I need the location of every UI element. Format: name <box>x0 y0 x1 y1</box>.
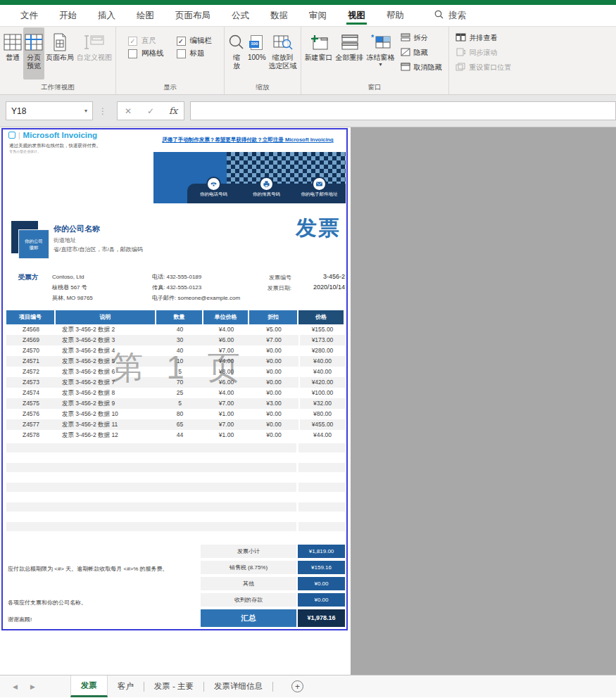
sheet-tab-bar: ◀ ▶ 发票客户发票 - 主要发票详细信息 + <box>0 675 616 697</box>
invoice-meta-labels: 发票编号 发票日期: <box>235 272 291 293</box>
ribbon-tab-数据[interactable]: 数据 <box>260 5 298 26</box>
table-row[interactable]: Z4578发票 3-456-2 数据 1244¥1.00¥0.00¥44.00 <box>6 430 345 440</box>
ribbon-tab-公式[interactable]: 公式 <box>221 5 260 26</box>
table-row[interactable]: Z4576发票 3-456-2 数据 1080¥1.00¥0.00¥80.00 <box>6 409 345 419</box>
bill-to-label: 受票方 <box>18 273 39 282</box>
table-cell: ¥1.00 <box>203 409 249 419</box>
checkbox-编辑栏[interactable]: ✓编辑栏 <box>177 36 213 46</box>
brand-tagline-2: 专为小型企业设计。 <box>9 149 41 153</box>
table-cell: ¥80.00 <box>300 409 345 419</box>
table-cell: Z4573 <box>6 377 56 388</box>
column-header: 折扣 <box>249 310 297 324</box>
checkbox-网格线[interactable]: 网格线 <box>128 49 164 58</box>
ribbon-tab-插入[interactable]: 插入 <box>87 5 126 26</box>
ribbon-tab-视图[interactable]: 视图 <box>337 5 376 26</box>
table-cell: Z4574 <box>6 388 56 398</box>
enter-icon[interactable]: ✓ <box>144 106 157 116</box>
table-cell: ¥40.00 <box>300 367 345 377</box>
table-cell: 发票 3-456-2 数据 12 <box>56 430 156 440</box>
table-cell: Z4568 <box>6 324 56 335</box>
table-cell: Z4572 <box>6 367 56 377</box>
page-layout-button[interactable]: 页面布局 <box>44 27 75 80</box>
table-row[interactable]: Z4575发票 3-456-2 数据 95¥7.00¥3.00¥32.00 <box>6 398 345 409</box>
sheet-tab-客户[interactable]: 客户 <box>108 675 144 697</box>
table-cell: ¥155.00 <box>300 324 345 335</box>
arrange-all-button[interactable]: 全部重排 <box>334 27 365 80</box>
ribbon-tab-审阅[interactable]: 审阅 <box>298 5 337 26</box>
sheet-tab-发票详细信息[interactable]: 发票详细信息 <box>204 675 272 697</box>
table-row[interactable]: Z4569发票 3-456-2 数据 330¥6.00¥7.00¥173.00 <box>6 335 345 345</box>
insert-function-icon[interactable]: fx <box>167 106 180 116</box>
ribbon-tab-页面布局[interactable]: 页面布局 <box>165 5 221 26</box>
ribbon-tab-开始[interactable]: 开始 <box>49 5 87 26</box>
table-cell: Z4571 <box>6 356 56 367</box>
custom-views-button: 自定义视图 <box>75 27 113 80</box>
name-box[interactable]: Y18 ▾ <box>6 101 93 120</box>
sheet-tab-发票 - 主要[interactable]: 发票 - 主要 <box>144 675 203 697</box>
checkbox-icon <box>177 49 186 58</box>
total-value: ¥1,978.16 <box>298 609 345 627</box>
view-side-by-side-icon <box>455 33 466 43</box>
page-break-preview-button[interactable]: 分页 预览 <box>23 27 44 80</box>
table-row[interactable]: Z4568发票 3-456-2 数据 240¥4.00¥5.00¥155.00 <box>6 324 345 335</box>
formula-bar-divider: ⋮ <box>99 106 107 116</box>
small-button-label: 取消隐藏 <box>414 63 442 72</box>
summary-row: 其他¥0.00 <box>201 577 345 590</box>
phone-icon <box>208 178 220 190</box>
add-sheet-button[interactable]: + <box>291 680 303 692</box>
freeze-panes-button[interactable]: * 冻结窗格 ▾ <box>365 27 396 80</box>
empty-row-band <box>6 502 296 512</box>
brand-tagline: 通过美观的发票和在线付款，快速获得付费。 <box>9 143 101 149</box>
signup-link[interactable]: 厌倦了手动制作发票？希望更早获得付款？立即注册 Microsoft Invoic… <box>149 137 346 144</box>
reset-window-icon <box>455 63 466 72</box>
ribbon-tab-帮助[interactable]: 帮助 <box>376 5 415 26</box>
search-box[interactable]: 搜索 <box>434 10 466 22</box>
worksheet-area[interactable]: | Microsoft Invoicing 通过美观的发票和在线付款，快速获得付… <box>0 127 616 675</box>
sheet-tab-发票[interactable]: 发票 <box>70 675 108 697</box>
small-button-label: 隐藏 <box>414 48 428 58</box>
titlebar-strip <box>0 0 616 5</box>
cancel-icon[interactable]: ✕ <box>122 106 134 116</box>
formula-input[interactable] <box>190 101 616 120</box>
checkbox-标题[interactable]: 标题 <box>177 49 213 58</box>
company-logo: 你的公司 徽标 <box>18 229 49 259</box>
拆分-button[interactable]: 拆分 <box>401 33 442 43</box>
table-cell: 40 <box>156 324 203 335</box>
email-icon <box>313 178 325 190</box>
summary-row: 发票小计¥1,819.00 <box>201 545 345 558</box>
empty-row-band <box>6 522 296 531</box>
并排查看-button[interactable]: 并排查看 <box>455 33 512 43</box>
table-cell: 44 <box>156 430 203 440</box>
ribbon-tab-文件[interactable]: 文件 <box>10 5 49 26</box>
hide-icon <box>401 48 410 58</box>
取消隐藏-button[interactable]: 取消隐藏 <box>401 63 442 72</box>
checkbox-label: 标题 <box>190 49 205 58</box>
table-cell: ¥0.00 <box>249 430 298 440</box>
table-cell: 发票 3-456-2 数据 11 <box>56 419 156 430</box>
sheet-scroll-left-icon[interactable]: ◀ <box>13 683 18 690</box>
table-cell: ¥3.00 <box>249 398 298 409</box>
zoom-100-button[interactable]: 100 100% <box>246 27 268 80</box>
arrange-all-icon <box>341 31 359 53</box>
normal-view-icon <box>4 31 22 53</box>
zoom-button[interactable]: 缩 放 <box>227 27 246 80</box>
table-cell: 30 <box>156 335 203 345</box>
name-box-dropdown-icon[interactable]: ▾ <box>84 108 87 114</box>
table-cell: ¥7.00 <box>203 419 249 430</box>
table-row[interactable]: Z4577发票 3-456-2 数据 1165¥7.00¥0.00¥455.00 <box>6 419 345 430</box>
table-cell: ¥7.00 <box>203 398 249 409</box>
sheet-scroll-right-icon[interactable]: ▶ <box>30 683 35 690</box>
normal-view-button[interactable]: 普通 <box>2 27 23 80</box>
ribbon-tab-绘图[interactable]: 绘图 <box>126 5 165 26</box>
table-cell: 80 <box>156 409 203 419</box>
隐藏-button[interactable]: 隐藏 <box>401 48 442 58</box>
column-header: 说明 <box>56 310 155 324</box>
empty-row-band <box>6 483 296 492</box>
table-cell: ¥173.00 <box>300 335 345 345</box>
zoom-to-selection-button[interactable]: 缩放到 选定区域 <box>268 27 298 80</box>
new-window-button[interactable]: 新建窗口 <box>303 27 334 80</box>
zoom-100-icon: 100 <box>251 31 263 53</box>
table-cell: ¥5.00 <box>249 324 298 335</box>
empty-row-band <box>6 443 296 452</box>
group-label-window: 窗口 <box>303 82 446 94</box>
